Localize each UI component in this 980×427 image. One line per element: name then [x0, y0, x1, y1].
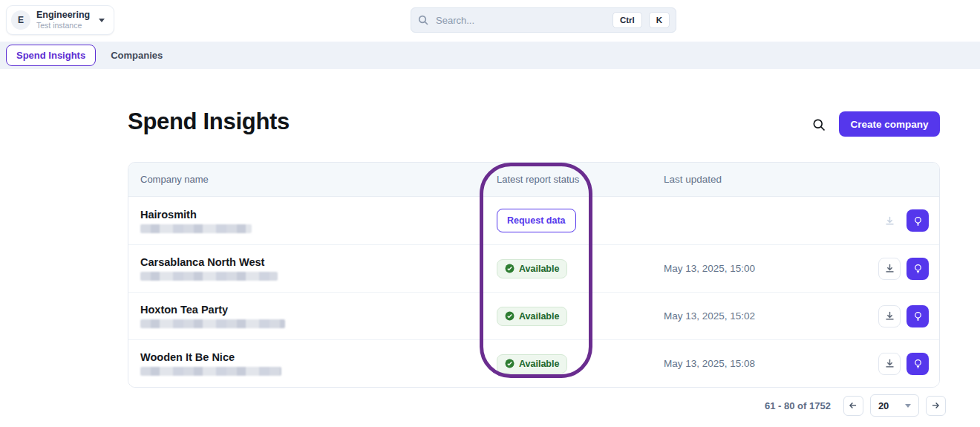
- insights-button[interactable]: [906, 353, 929, 375]
- redacted-subtext: [140, 367, 281, 376]
- table-search-icon[interactable]: [811, 117, 826, 132]
- pagination: 61 - 80 of 1752 20: [765, 394, 946, 417]
- keycap-ctrl: Ctrl: [612, 12, 642, 28]
- lightbulb-icon: [912, 310, 924, 322]
- lightbulb-icon: [912, 263, 924, 274]
- table-row: Hoxton Tea Party Available May 13, 2025,…: [128, 292, 939, 339]
- status-badge: Available: [497, 307, 567, 326]
- chevron-down-icon: [905, 404, 911, 408]
- workspace-avatar: E: [11, 10, 30, 30]
- page-size-select[interactable]: 20: [870, 394, 919, 417]
- tab-bar: Spend Insights Companies: [0, 42, 980, 69]
- company-name: Hoxton Tea Party: [140, 304, 497, 316]
- tab-spend-insights[interactable]: Spend Insights: [6, 45, 96, 66]
- workspace-name: Engineering: [36, 10, 90, 21]
- arrow-right-icon: [930, 400, 941, 411]
- lightbulb-icon: [912, 215, 924, 226]
- chevron-down-icon: [99, 19, 105, 22]
- download-button[interactable]: [878, 258, 901, 280]
- table-header-row: Company name Latest report status Last u…: [128, 163, 939, 197]
- workspace-switcher[interactable]: E Engineering Test instance: [6, 5, 114, 35]
- column-header-company: Company name: [128, 174, 497, 185]
- insights-button[interactable]: [906, 305, 929, 327]
- search-placeholder: Search...: [436, 15, 606, 26]
- last-updated: May 13, 2025, 15:08: [664, 358, 878, 369]
- download-icon: [884, 358, 895, 369]
- arrow-left-icon: [848, 400, 858, 411]
- global-search-input[interactable]: Search... Ctrl K: [411, 7, 676, 33]
- table-row: Wooden It Be Nice Available May 13, 2025…: [128, 339, 939, 387]
- check-circle-icon: [505, 264, 514, 273]
- lightbulb-icon: [912, 358, 924, 369]
- workspace-info: Engineering Test instance: [36, 10, 90, 30]
- company-name: Carsablanca North West: [140, 256, 497, 268]
- check-circle-icon: [505, 311, 514, 321]
- keycap-k: K: [649, 12, 670, 28]
- next-page-button[interactable]: [926, 396, 946, 416]
- pagination-range: 61 - 80 of 1752: [765, 400, 831, 411]
- company-name: Hairosmith: [140, 209, 497, 221]
- table-row: Carsablanca North West Available May 13,…: [128, 244, 939, 292]
- page-title: Spend Insights: [128, 108, 290, 135]
- download-button[interactable]: [878, 305, 901, 327]
- workspace-subtitle: Test instance: [36, 21, 90, 30]
- companies-table: Company name Latest report status Last u…: [128, 162, 940, 388]
- column-header-status: Latest report status: [497, 174, 664, 185]
- company-name: Wooden It Be Nice: [140, 351, 497, 363]
- last-updated: May 13, 2025, 15:02: [664, 310, 878, 322]
- create-company-button[interactable]: Create company: [839, 111, 940, 137]
- download-icon: [884, 263, 895, 274]
- redacted-subtext: [140, 224, 252, 233]
- search-icon: [417, 14, 429, 26]
- tab-companies[interactable]: Companies: [105, 45, 169, 65]
- redacted-subtext: [140, 319, 285, 328]
- request-data-button[interactable]: Request data: [497, 209, 576, 232]
- status-badge: Available: [497, 259, 567, 278]
- download-button: [878, 209, 901, 232]
- page-size-value: 20: [878, 400, 889, 411]
- redacted-subtext: [140, 272, 278, 281]
- check-circle-icon: [505, 359, 514, 368]
- download-icon: [884, 310, 895, 322]
- last-updated: May 13, 2025, 15:00: [664, 263, 878, 274]
- download-button[interactable]: [878, 353, 901, 375]
- download-icon: [884, 215, 895, 226]
- insights-button[interactable]: [906, 209, 929, 232]
- insights-button[interactable]: [906, 258, 929, 280]
- column-header-updated: Last updated: [664, 174, 929, 185]
- table-row: Hairosmith Request data: [128, 197, 939, 244]
- previous-page-button[interactable]: [843, 396, 863, 416]
- status-badge: Available: [497, 354, 567, 374]
